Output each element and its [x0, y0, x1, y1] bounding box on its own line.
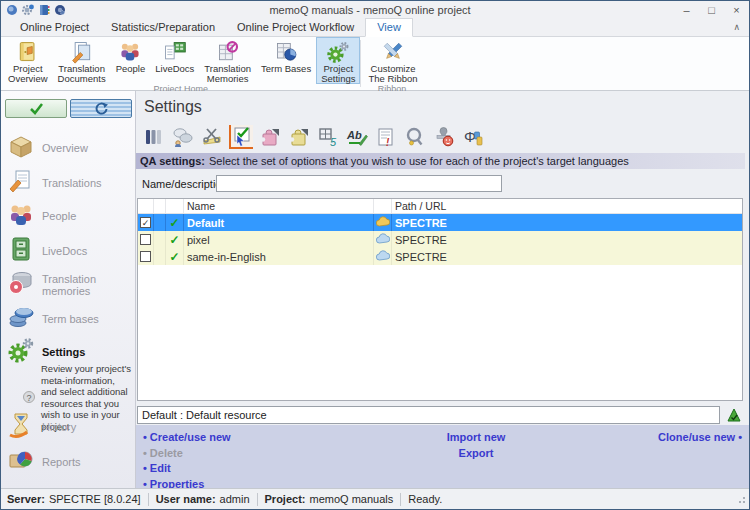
qa-settings-icon[interactable]	[229, 125, 253, 149]
row-checkbox[interactable]: ✓	[140, 217, 151, 228]
livedocs-settings-icon[interactable]	[287, 125, 311, 149]
notebook-icon[interactable]	[38, 4, 50, 16]
user-label: User name:	[156, 493, 216, 505]
tab-online-project-workflow[interactable]: Online Project Workflow	[226, 19, 365, 36]
project-settings-button[interactable]: Project Settings	[316, 37, 360, 84]
project-sidebar: Overview Translations People LiveDocs Tr…	[1, 91, 136, 488]
delete-link[interactable]: •Delete	[143, 447, 231, 459]
segmentation-rules-icon[interactable]	[200, 125, 224, 149]
table-header[interactable]: Name Path / URL	[138, 199, 742, 214]
livedocs-button[interactable]: LiveDocs	[150, 37, 199, 84]
translation-memories-icon	[216, 40, 240, 64]
general-settings-icon[interactable]	[142, 125, 166, 149]
row-checkbox[interactable]	[140, 234, 151, 245]
autocorrect-icon[interactable]	[403, 125, 427, 149]
user-value: admin	[220, 493, 250, 505]
svg-text:Ab: Ab	[346, 129, 362, 141]
database-disc-icon	[7, 269, 35, 301]
edit-flag-icon[interactable]	[726, 407, 743, 422]
status-separator	[400, 493, 401, 506]
project-overview-icon	[16, 40, 40, 64]
banner-text: Select the set of options that you wish …	[209, 155, 629, 167]
cloud-icon	[376, 233, 390, 246]
ribbon-group-project-home: Project Overview Translation Documents P…	[1, 37, 360, 90]
resource-actions-pane: •Create/use new •Delete •Edit •Propertie…	[136, 425, 749, 488]
server-gear-icon[interactable]	[54, 4, 66, 16]
people-button[interactable]: People	[111, 37, 151, 84]
memoq-logo-icon[interactable]	[6, 4, 18, 16]
export-path-rules-icon[interactable]	[432, 125, 456, 149]
sidebar-item-livedocs[interactable]: LiveDocs	[7, 235, 132, 267]
resource-name: pixel	[184, 231, 374, 248]
confirm-button[interactable]	[5, 99, 67, 118]
table-row[interactable]: ✓ ✓ Default SPECTRE	[138, 214, 742, 231]
minimize-button[interactable]: –	[674, 1, 699, 19]
customize-ribbon-button[interactable]: Customize The Ribbon	[363, 37, 422, 84]
resource-path: SPECTRE	[392, 231, 742, 248]
import-new-link[interactable]: Import new	[447, 431, 506, 443]
create-use-new-link[interactable]: •Create/use new	[143, 431, 231, 443]
row-checkbox[interactable]	[140, 251, 151, 262]
page-title: Settings	[136, 91, 749, 121]
tab-statistics-preparation[interactable]: Statistics/Preparation	[100, 19, 226, 36]
tab-online-project[interactable]: Online Project	[9, 19, 100, 36]
clone-use-new-link[interactable]: Clone/use new•	[658, 431, 742, 443]
window-title: memoQ manuals - memoQ online project	[66, 4, 674, 16]
status-separator	[257, 493, 258, 506]
maximize-button[interactable]: □	[699, 1, 724, 19]
help-icon: ?	[23, 391, 35, 403]
sidebar-item-overview[interactable]: Overview	[7, 132, 132, 164]
table-row[interactable]: ✓ same-in-English SPECTRE	[138, 248, 742, 265]
livedocs-icon	[163, 40, 187, 64]
project-settings-icon	[326, 40, 350, 64]
close-button[interactable]: ×	[724, 1, 749, 19]
svg-text:5: 5	[330, 136, 337, 148]
edit-link[interactable]: •Edit	[143, 462, 231, 474]
ignore-lists-icon[interactable]: !	[374, 125, 398, 149]
cabinet-icon	[7, 235, 35, 267]
non-translatables-icon[interactable]: Ab	[345, 125, 369, 149]
sidebar-item-history[interactable]: History	[7, 411, 132, 443]
pie-chart-icon	[7, 446, 35, 478]
sidebar-item-translation-memories[interactable]: Translation memories	[7, 269, 132, 301]
ribbon-tab-bar: Online Project Statistics/Preparation On…	[1, 19, 749, 37]
ribbon: Project Overview Translation Documents P…	[1, 37, 749, 91]
resource-table: Name Path / URL ✓ ✓ Default SPECTRE ✓ pi…	[137, 198, 743, 401]
table-row[interactable]: ✓ pixel SPECTRE	[138, 231, 742, 248]
project-label: Project:	[265, 493, 306, 505]
tm-settings-icon[interactable]	[258, 125, 282, 149]
status-bar: Server: SPECTRE [8.0.24] User name: admi…	[1, 488, 749, 509]
box-icon	[7, 132, 35, 164]
column-header-path[interactable]: Path / URL	[392, 199, 742, 213]
sidebar-item-people[interactable]: People	[7, 200, 132, 232]
resize-grip[interactable]	[736, 494, 747, 507]
title-bar: memoQ manuals - memoQ online project – □…	[1, 1, 749, 19]
term-bases-button[interactable]: Term Bases	[256, 37, 316, 84]
collapse-ribbon-chevron-icon[interactable]: ∧	[733, 22, 740, 32]
server-value: SPECTRE [8.0.24]	[49, 493, 141, 505]
auto-translation-rules-icon[interactable]: 5	[316, 125, 340, 149]
enabled-check-icon: ✓	[169, 250, 179, 264]
communication-settings-icon[interactable]	[171, 125, 195, 149]
tab-view[interactable]: View	[365, 18, 413, 37]
customize-ribbon-icon	[381, 40, 405, 64]
resource-path: SPECTRE	[392, 214, 742, 231]
export-link[interactable]: Export	[459, 447, 494, 459]
sidebar-item-term-bases[interactable]: Term bases	[7, 303, 132, 335]
translation-memories-button[interactable]: Translation Memories	[199, 37, 256, 84]
cloud-icon	[376, 216, 390, 229]
banner-label: QA settings:	[140, 155, 205, 167]
sidebar-item-translations[interactable]: Translations	[7, 167, 132, 199]
font-substitution-icon[interactable]: Φ	[461, 125, 485, 149]
project-value: memoQ manuals	[310, 493, 394, 505]
translation-documents-button[interactable]: Translation Documents	[53, 37, 111, 84]
gear-globe-icon[interactable]	[22, 4, 34, 16]
sidebar-item-reports[interactable]: Reports	[7, 446, 132, 478]
settings-pane: Settings 5 Ab ! Φ QA settings:Select the…	[136, 91, 749, 488]
project-overview-button[interactable]: Project Overview	[3, 37, 53, 84]
quick-access-toolbar	[1, 4, 66, 16]
selected-resource-description[interactable]: Default : Default resource	[137, 406, 720, 424]
column-header-name[interactable]: Name	[184, 199, 374, 213]
name-description-filter-input[interactable]	[216, 175, 502, 192]
refresh-button[interactable]	[70, 99, 132, 118]
